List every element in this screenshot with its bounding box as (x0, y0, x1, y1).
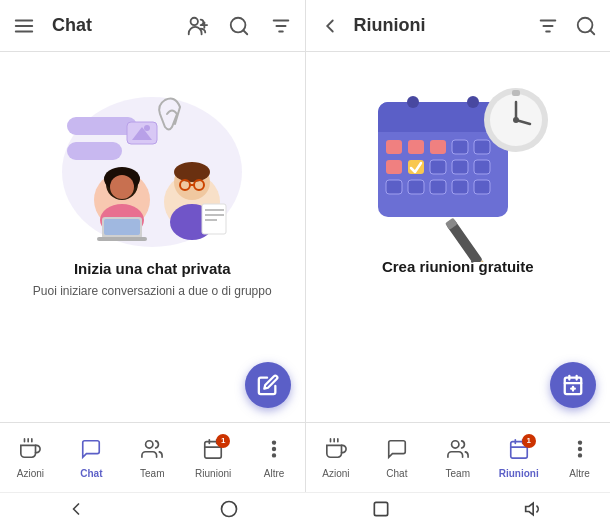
android-volume-btn[interactable] (508, 495, 560, 527)
nav-item-azioni-left[interactable]: Azioni (0, 423, 61, 493)
svg-point-45 (467, 96, 479, 108)
svg-point-3 (190, 17, 197, 24)
azioni-icon-left (19, 438, 41, 465)
svg-line-15 (590, 30, 594, 34)
chat-icon-left (80, 438, 102, 465)
svg-rect-29 (97, 237, 147, 241)
nav-label-team-left: Team (140, 468, 164, 479)
svg-point-79 (146, 440, 153, 447)
android-recents-icon (371, 499, 391, 519)
svg-rect-50 (474, 140, 490, 154)
svg-point-90 (451, 440, 458, 447)
svg-rect-51 (386, 160, 402, 174)
svg-rect-59 (452, 180, 468, 194)
chat-panel-heading: Inizia una chat privata (74, 260, 231, 277)
svg-rect-66 (512, 90, 520, 96)
svg-point-97 (578, 454, 581, 457)
svg-point-65 (513, 117, 519, 123)
svg-point-44 (407, 96, 419, 108)
riunioni-badge-right: 1 (522, 434, 536, 448)
svg-point-96 (578, 447, 581, 450)
android-home-icon (219, 499, 239, 519)
android-home-btn[interactable] (203, 495, 255, 527)
nav-item-altre-left[interactable]: Altre (244, 423, 305, 493)
svg-rect-28 (104, 219, 140, 235)
svg-point-25 (110, 175, 134, 199)
riunioni-icon-left: 1 (202, 438, 224, 465)
nav-item-chat-right[interactable]: Chat (366, 423, 427, 493)
altre-icon-left (263, 438, 285, 465)
svg-marker-100 (525, 503, 533, 515)
svg-line-7 (243, 30, 247, 34)
svg-rect-55 (474, 160, 490, 174)
android-back-icon (66, 499, 86, 519)
nav-label-chat-left: Chat (80, 468, 102, 479)
android-nav-bar (0, 492, 610, 528)
nav-label-azioni-left: Azioni (17, 468, 44, 479)
altre-icon-right (569, 438, 591, 465)
team-icon-left (141, 438, 163, 465)
left-header: Chat (0, 0, 305, 51)
chat-icon-right (386, 438, 408, 465)
meetings-fab-button[interactable] (550, 362, 596, 408)
svg-rect-47 (408, 140, 424, 154)
bottom-nav: Azioni Chat Team (0, 422, 610, 492)
chat-panel: Inizia una chat privata Puoi iniziare co… (0, 52, 306, 422)
svg-point-98 (221, 501, 236, 516)
svg-rect-56 (386, 180, 402, 194)
back-icon[interactable] (316, 12, 344, 40)
svg-rect-48 (430, 140, 446, 154)
chat-panel-subtext: Puoi iniziare conversazioni a due o di g… (33, 283, 272, 300)
right-header: Riunioni (305, 0, 611, 51)
android-volume-icon (524, 499, 544, 519)
meetings-panel: Crea riunioni gratuite (306, 52, 611, 422)
svg-point-32 (174, 162, 210, 182)
nav-label-chat-right: Chat (386, 468, 407, 479)
svg-rect-60 (474, 180, 490, 194)
riunioni-icon-right: 1 (508, 438, 530, 465)
bottom-nav-left: Azioni Chat Team (0, 423, 306, 492)
nav-item-azioni-right[interactable]: Azioni (306, 423, 367, 493)
add-user-icon[interactable] (183, 12, 211, 40)
filter-icon-left[interactable] (267, 12, 295, 40)
azioni-icon-right (325, 438, 347, 465)
svg-rect-37 (202, 204, 226, 234)
nav-item-team-left[interactable]: Team (122, 423, 183, 493)
menu-icon[interactable] (10, 12, 38, 40)
left-header-title: Chat (52, 15, 169, 36)
svg-rect-99 (375, 502, 388, 515)
svg-point-86 (273, 454, 276, 457)
svg-rect-57 (408, 180, 424, 194)
svg-rect-18 (67, 142, 122, 160)
calendar-illustration (358, 72, 558, 262)
chat-fab-button[interactable] (245, 362, 291, 408)
right-header-title: Riunioni (354, 15, 525, 36)
svg-rect-58 (430, 180, 446, 194)
nav-item-team-right[interactable]: Team (427, 423, 488, 493)
svg-point-84 (273, 441, 276, 444)
search-icon-right[interactable] (572, 12, 600, 40)
nav-item-riunioni-left[interactable]: 1 Riunioni (183, 423, 244, 493)
edit-icon (257, 374, 279, 396)
svg-rect-49 (452, 140, 468, 154)
nav-item-chat-left[interactable]: Chat (61, 423, 122, 493)
riunioni-badge-left: 1 (216, 434, 230, 448)
svg-point-85 (273, 447, 276, 450)
nav-label-riunioni-left: Riunioni (195, 468, 231, 479)
nav-label-team-right: Team (446, 468, 470, 479)
nav-label-altre-left: Altre (264, 468, 285, 479)
nav-item-riunioni-right[interactable]: 1 Riunioni (488, 423, 549, 493)
svg-point-95 (578, 441, 581, 444)
calendar-add-icon (562, 374, 584, 396)
nav-label-altre-right: Altre (569, 468, 590, 479)
nav-item-altre-right[interactable]: Altre (549, 423, 610, 493)
filter-icon-right[interactable] (534, 12, 562, 40)
nav-label-azioni-right: Azioni (322, 468, 349, 479)
android-recents-btn[interactable] (355, 495, 407, 527)
svg-rect-53 (430, 160, 446, 174)
svg-rect-46 (386, 140, 402, 154)
android-back-btn[interactable] (50, 495, 102, 527)
chat-illustration (47, 72, 257, 252)
svg-rect-54 (452, 160, 468, 174)
search-icon-left[interactable] (225, 12, 253, 40)
